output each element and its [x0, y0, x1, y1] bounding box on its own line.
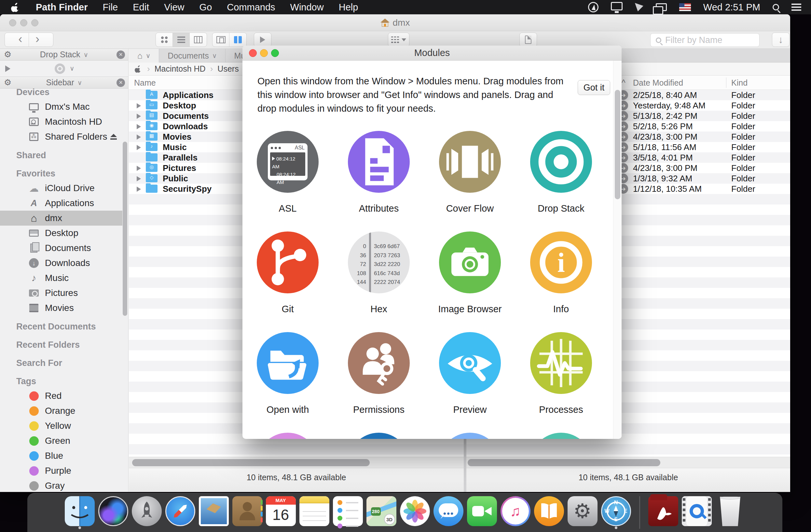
- dialog-scrollbar-thumb[interactable]: [615, 90, 620, 199]
- dock-siri[interactable]: [98, 496, 128, 526]
- dock-messages[interactable]: •••: [433, 496, 463, 526]
- breadcrumb-item[interactable]: Users: [217, 64, 239, 74]
- dialog-close-button[interactable]: [249, 49, 257, 57]
- module-permissions[interactable]: Permissions: [337, 329, 421, 423]
- got-it-button[interactable]: Got it: [578, 80, 610, 95]
- drop-stack-well[interactable]: ∨: [0, 61, 128, 77]
- dock-system-preferences[interactable]: ⚙: [568, 496, 597, 526]
- disclosure-triangle-icon[interactable]: [137, 176, 141, 181]
- sidebar-item-red[interactable]: Red: [0, 389, 128, 404]
- module-partial[interactable]: [245, 429, 330, 439]
- disclosure-triangle-icon[interactable]: [137, 135, 141, 140]
- sidebar-item-desktop[interactable]: Desktop: [0, 226, 128, 241]
- module-partial[interactable]: [519, 429, 603, 439]
- module-drop-stack[interactable]: Drop Stack: [519, 127, 603, 222]
- dual-pane-button[interactable]: [229, 33, 246, 47]
- dock-acrobat[interactable]: [648, 496, 678, 526]
- menu-item-window[interactable]: Window: [290, 2, 324, 13]
- dock-notes[interactable]: [300, 496, 330, 526]
- dock-ibooks[interactable]: [534, 496, 564, 526]
- module-cover-flow-icon[interactable]: [439, 131, 501, 193]
- apple-menu-icon[interactable]: [11, 2, 21, 13]
- sidebar-item-blue[interactable]: Blue: [0, 448, 128, 463]
- module-git-icon[interactable]: [257, 231, 319, 293]
- dock-calendar[interactable]: MAY16: [266, 496, 296, 526]
- breadcrumb-item[interactable]: Macintosh HD: [155, 64, 206, 74]
- disclosure-triangle-icon[interactable]: [137, 166, 141, 171]
- disclosure-triangle-icon[interactable]: [137, 145, 141, 150]
- dialog-minimize-button[interactable]: [260, 49, 268, 57]
- module-open-with-icon[interactable]: [257, 332, 319, 394]
- menu-item-help[interactable]: Help: [339, 2, 358, 13]
- sidebar-item-applications[interactable]: AApplications: [0, 196, 128, 211]
- menu-item-go[interactable]: Go: [199, 2, 212, 13]
- module-permissions-icon[interactable]: [348, 332, 410, 394]
- sidebar-item-movies[interactable]: Movies: [0, 301, 128, 316]
- module-preview[interactable]: Preview: [428, 329, 512, 423]
- kind-header[interactable]: Kind: [731, 78, 748, 88]
- sidebar-scrollbar[interactable]: [123, 142, 127, 316]
- sidebar-item-documents[interactable]: Documents: [0, 241, 128, 256]
- disclosure-triangle-icon[interactable]: [137, 124, 141, 129]
- window-titlebar[interactable]: dmx: [0, 14, 790, 31]
- dock-maps[interactable]: 2803D: [366, 496, 396, 526]
- module-info[interactable]: iInfo: [519, 228, 603, 323]
- sidebar-item-green[interactable]: Green: [0, 434, 128, 448]
- module-git[interactable]: Git: [245, 228, 330, 323]
- menu-clock[interactable]: Wed 2:51 PM: [703, 2, 760, 13]
- sidebar-item-gray[interactable]: Gray: [0, 478, 128, 492]
- sidebar-item-icloud-drive[interactable]: ☁iCloud Drive: [0, 181, 128, 196]
- menu-item-commands[interactable]: Commands: [227, 2, 275, 13]
- column-view-button[interactable]: [190, 33, 206, 47]
- tab-documents[interactable]: Documents∨: [159, 49, 226, 62]
- airplay-menu-icon[interactable]: [656, 3, 667, 11]
- dock-safari[interactable]: [165, 496, 195, 526]
- location-menu-icon[interactable]: [588, 2, 598, 12]
- display-menu-icon[interactable]: [611, 2, 623, 11]
- sidebar-item-macintosh-hd[interactable]: Macintosh HD: [0, 114, 128, 129]
- dock-quicktime[interactable]: [682, 496, 712, 526]
- notification-center-icon[interactable]: [792, 4, 801, 11]
- sidebar-item-dmx-s-mac[interactable]: Dmx's Mac: [0, 99, 128, 114]
- module-info-icon[interactable]: i: [530, 231, 592, 293]
- chevron-down-icon[interactable]: ∨: [70, 64, 75, 72]
- new-document-button[interactable]: [519, 33, 537, 47]
- spotlight-search-icon[interactable]: [772, 4, 779, 11]
- dock-launchpad[interactable]: [132, 496, 162, 526]
- download-button[interactable]: ↓: [772, 33, 790, 47]
- dock-mail[interactable]: [199, 496, 229, 526]
- dock-trash[interactable]: [715, 496, 745, 526]
- right-horizontal-scrollbar[interactable]: [466, 457, 790, 468]
- back-button[interactable]: ‹: [12, 33, 29, 47]
- disclosure-triangle-icon[interactable]: [137, 186, 141, 192]
- filter-field[interactable]: [650, 33, 760, 47]
- module-open-with[interactable]: Open with: [245, 329, 330, 423]
- module-partial[interactable]: [337, 429, 421, 439]
- disclosure-triangle-icon[interactable]: [137, 113, 141, 119]
- dock-path-finder[interactable]: NSWE: [601, 496, 631, 526]
- dock-photos[interactable]: [400, 496, 430, 526]
- module-hex-icon[interactable]: 036721081443c69 6d672073 72633d22 222061…: [348, 231, 410, 293]
- module-processes-icon[interactable]: [530, 332, 592, 394]
- sidebar-item-dmx[interactable]: ⌂dmx: [0, 211, 122, 226]
- eject-icon[interactable]: [110, 134, 118, 140]
- breadcrumb-computer-icon[interactable]: [135, 64, 142, 73]
- dock-contacts[interactable]: [232, 496, 262, 526]
- dialog-scrollbar-track[interactable]: [613, 61, 622, 439]
- forward-button[interactable]: ›: [29, 33, 46, 47]
- date-modified-header[interactable]: Date Modified: [633, 78, 683, 88]
- dock-itunes[interactable]: ♫: [501, 496, 531, 526]
- sidebar-item-shared-folders[interactable]: Shared Folders: [0, 129, 128, 144]
- gear-icon[interactable]: ⚙: [4, 49, 11, 60]
- module-processes[interactable]: Processes: [519, 329, 603, 423]
- module-image-browser[interactable]: Image Browser: [428, 228, 512, 323]
- module-attributes-icon[interactable]: [348, 131, 410, 193]
- sidebar-item-orange[interactable]: Orange: [0, 404, 128, 419]
- sidebar-item-purple[interactable]: Purple: [0, 463, 128, 478]
- module-image-browser-icon[interactable]: [439, 231, 501, 293]
- module-partial[interactable]: [428, 429, 512, 439]
- slideshow-button[interactable]: [254, 33, 272, 47]
- dock-finder[interactable]: [65, 496, 95, 526]
- module-drop-stack-icon[interactable]: [530, 131, 592, 193]
- cover-flow-button[interactable]: [213, 33, 229, 47]
